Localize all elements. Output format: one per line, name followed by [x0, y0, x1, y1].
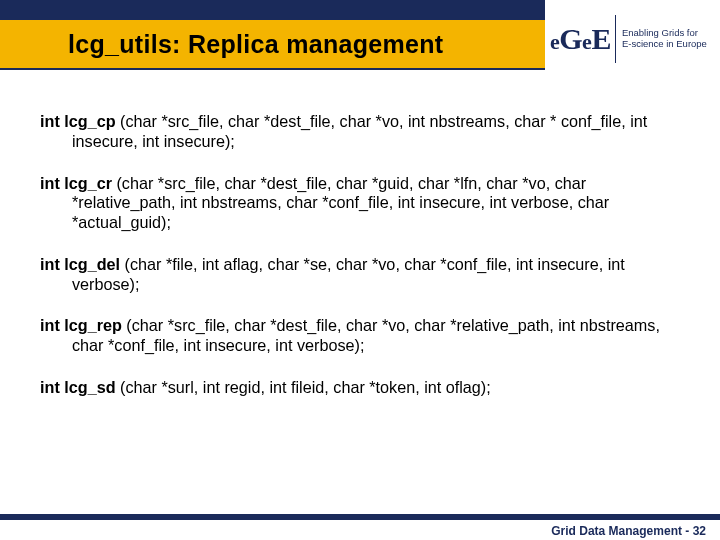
return-type: int: [40, 255, 60, 273]
title-bar: lcg_utils: Replica management: [0, 20, 545, 70]
slide-header: lcg_utils: Replica management eGee Enabl…: [0, 0, 720, 78]
fn-lcg-del: int lcg_del (char *file, int aflag, char…: [40, 255, 680, 295]
egee-logo-mark: eGee: [550, 24, 611, 54]
fn-lcg-cp: int lcg_cp (char *src_file, char *dest_f…: [40, 112, 680, 152]
function-name: lcg_rep: [64, 316, 122, 334]
tagline-line-1: Enabling Grids for: [622, 27, 698, 38]
footer-text: Grid Data Management - 32: [551, 524, 706, 538]
fn-lcg-cr: int lcg_cr (char *src_file, char *dest_f…: [40, 174, 680, 233]
page-number: 32: [693, 524, 706, 538]
params: (char *file, int aflag, char *se, char *…: [72, 255, 625, 293]
return-type: int: [40, 378, 60, 396]
tagline-line-2: E-science in Europe: [622, 38, 707, 49]
return-type: int: [40, 174, 60, 192]
egee-logo-tagline: Enabling Grids for E-science in Europe: [622, 28, 708, 50]
function-name: lcg_sd: [64, 378, 115, 396]
params: (char *src_file, char *dest_file, char *…: [72, 112, 647, 150]
footer-label: Grid Data Management: [551, 524, 682, 538]
params: (char *surl, int regid, int fileid, char…: [116, 378, 491, 396]
header-top-strip: [0, 0, 545, 20]
function-name: lcg_del: [64, 255, 120, 273]
return-type: int: [40, 112, 60, 130]
slide-title: lcg_utils: Replica management: [68, 30, 443, 59]
egee-logo: eGee Enabling Grids for E-science in Eur…: [550, 6, 710, 72]
fn-lcg-rep: int lcg_rep (char *src_file, char *dest_…: [40, 316, 680, 356]
function-name: lcg_cp: [64, 112, 115, 130]
params: (char *src_file, char *dest_file, char *…: [72, 174, 609, 232]
params: (char *src_file, char *dest_file, char *…: [72, 316, 660, 354]
return-type: int: [40, 316, 60, 334]
function-list: int lcg_cp (char *src_file, char *dest_f…: [40, 112, 680, 420]
logo-separator: [615, 15, 616, 63]
footer-bar: [0, 514, 720, 520]
footer-sep: -: [682, 524, 693, 538]
fn-lcg-sd: int lcg_sd (char *surl, int regid, int f…: [40, 378, 680, 398]
function-name: lcg_cr: [64, 174, 112, 192]
